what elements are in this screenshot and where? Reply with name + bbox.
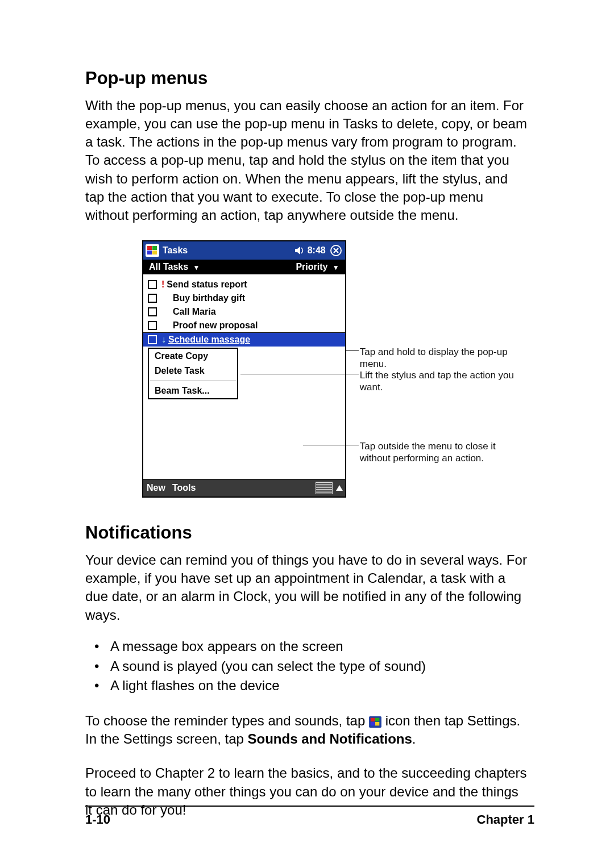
checkbox-icon[interactable] [148,307,157,316]
empty-task-area[interactable] [143,399,345,479]
task-label: Schedule massage [168,335,250,345]
svg-rect-11 [375,717,379,721]
keyboard-icon[interactable] [316,482,333,494]
menu-separator [150,381,236,381]
svg-rect-2 [152,246,157,250]
text: . [412,731,416,746]
context-menu: Create Copy Delete Task Beam Task... [148,348,238,399]
device-clock: 8:48 [308,245,326,256]
text: To choose the reminder types and sounds,… [85,713,369,728]
checkbox-icon[interactable] [148,294,157,303]
filter-right-label: Priority [296,262,327,272]
task-label: Send status report [167,279,247,290]
notifications-para2: To choose the reminder types and sounds,… [85,712,529,748]
callout-c: Tap outside the menu to close it without… [360,440,529,465]
popup-body: With the pop-up menus, you can easily ch… [85,97,529,224]
svg-rect-10 [371,717,375,721]
list-item: A light flashes on the device [110,676,529,696]
page-number: 1-10 [85,812,110,827]
callout-a: Tap and hold to display the pop-up menu. [360,346,529,370]
svg-rect-12 [371,722,375,725]
filter-left-label: All Tasks [149,262,188,272]
device-bottombar: New Tools [143,479,345,496]
svg-rect-4 [152,251,157,254]
menu-item-beam-task[interactable]: Beam Task... [149,383,237,398]
priority-low-icon: ↓ [161,335,166,345]
device-toolbar: All Tasks ▼ Priority ▼ [143,260,345,274]
pocketpc-screenshot: Tasks 8:48 All Tasks ▼ Priority [142,240,346,498]
menu-item-delete-task[interactable]: Delete Task [149,364,237,378]
text-bold: Sounds and Notifications [248,731,412,746]
chapter-label: Chapter 1 [477,812,534,827]
task-row[interactable]: Call Maria [148,305,345,319]
task-label: Proof new proposal [173,320,258,331]
page-footer: 1-10 Chapter 1 [85,806,534,827]
start-flag-icon [369,716,381,728]
filter-all-tasks[interactable]: All Tasks ▼ [149,262,200,272]
figure-popup-menu: Tasks 8:48 All Tasks ▼ Priority [142,240,529,498]
checkbox-icon[interactable] [148,321,157,330]
task-row[interactable]: Proof new proposal [148,319,345,332]
priority-high-icon: ! [161,279,164,290]
chevron-down-icon: ▼ [193,264,200,272]
new-button[interactable]: New [147,483,165,493]
svg-rect-3 [147,251,152,254]
chevron-down-icon: ▼ [333,264,339,272]
menu-item-create-copy[interactable]: Create Copy [149,349,237,364]
svg-marker-5 [295,247,300,254]
svg-rect-1 [147,246,152,250]
task-label: Buy birthday gift [173,293,245,303]
task-row[interactable]: Buy birthday gift [148,291,345,305]
task-row-selected[interactable]: ↓ Schedule massage [143,332,345,347]
notifications-bullets: A message box appears on the screen A so… [85,637,529,696]
task-row[interactable]: ! Send status report [148,278,345,291]
close-icon[interactable] [330,245,342,256]
checkbox-icon[interactable] [148,335,157,344]
chevron-up-icon[interactable] [336,485,343,491]
figure-callouts: Tap and hold to display the pop-up menu.… [360,240,529,498]
callout-b: Lift the stylus and tap the action you w… [360,369,529,394]
list-item: A message box appears on the screen [110,637,529,657]
start-flag-icon[interactable] [146,244,159,257]
device-titlebar: Tasks 8:48 [143,241,345,260]
task-label: Call Maria [173,307,216,317]
notifications-heading: Notifications [85,523,529,543]
popup-heading: Pop-up menus [85,68,529,89]
tools-button[interactable]: Tools [172,483,196,493]
filter-priority[interactable]: Priority ▼ [296,262,339,272]
speaker-icon[interactable] [295,246,305,255]
notifications-intro: Your device can remind you of things you… [85,551,529,624]
svg-rect-13 [375,722,379,725]
checkbox-icon[interactable] [148,280,157,289]
list-item: A sound is played (you can select the ty… [110,657,529,677]
task-list: ! Send status report Buy birthday gift C… [143,274,345,348]
app-title: Tasks [163,245,188,256]
